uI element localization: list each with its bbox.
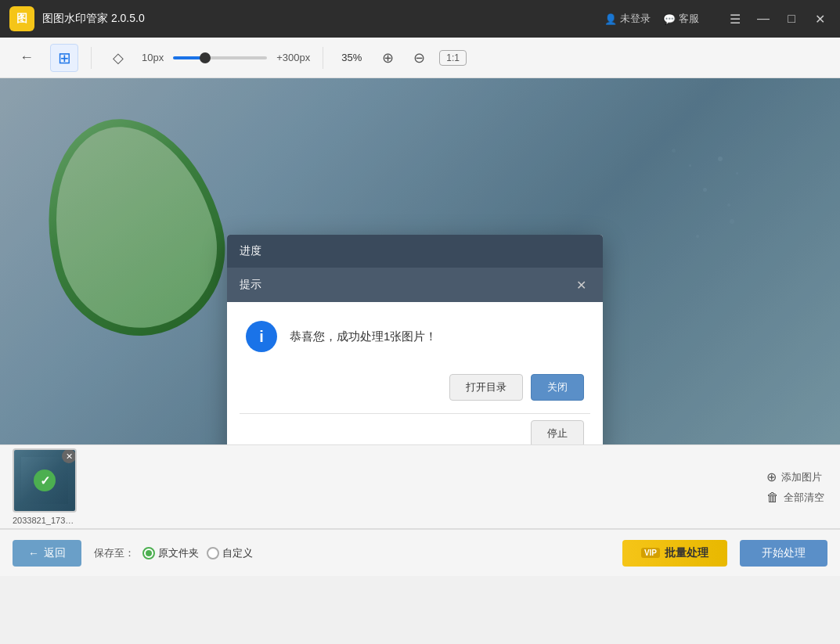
info-icon: i bbox=[246, 321, 277, 352]
add-tool-button[interactable]: ⊞ bbox=[50, 44, 78, 72]
maximize-button[interactable]: □ bbox=[781, 8, 802, 30]
window-controls: ☰ — □ ✕ bbox=[724, 8, 831, 30]
modal-stop-footer: 停止 bbox=[227, 414, 603, 444]
open-dir-button[interactable]: 打开目录 bbox=[449, 374, 523, 401]
brush-slider[interactable] bbox=[173, 56, 267, 59]
image-list-actions: ⊕ 添加图片 🗑 全部清空 bbox=[766, 470, 824, 505]
start-process-button[interactable]: 开始处理 bbox=[740, 540, 827, 567]
add-icon: ⊞ bbox=[58, 49, 71, 67]
service-icon: 💬 bbox=[663, 13, 676, 25]
separator-2 bbox=[323, 47, 323, 69]
original-folder-option[interactable]: 原文件夹 bbox=[142, 546, 199, 560]
original-radio-dot bbox=[146, 550, 152, 556]
toolbar: ← ⊞ ◇ 10px +300px 35% ⊕ ⊖ 1:1 bbox=[0, 38, 840, 78]
service-label: 客服 bbox=[679, 12, 699, 26]
clear-all-label: 全部清空 bbox=[784, 491, 824, 505]
stop-button[interactable]: 停止 bbox=[531, 420, 584, 444]
batch-process-button[interactable]: VIP 批量处理 bbox=[622, 540, 727, 567]
zoom-in-button[interactable]: ⊕ bbox=[377, 47, 398, 69]
service-action[interactable]: 💬 客服 bbox=[663, 12, 699, 26]
bottom-bar: ← 返回 保存至： 原文件夹 自定义 VIP 批量处理 开始处理 bbox=[0, 529, 840, 576]
back-button[interactable]: ← 返回 bbox=[13, 540, 81, 567]
image-list-area: 图图 ✓ ✕ 2033821_173041... ⊕ 添加图片 🗑 全部清空 bbox=[0, 444, 840, 529]
batch-process-label: 批量处理 bbox=[665, 546, 708, 560]
clear-all-icon: 🗑 bbox=[766, 491, 779, 505]
zoom-out-button[interactable]: ⊖ bbox=[408, 47, 430, 69]
modal-overlay: 进度 提示 ✕ i 恭喜您，成功处理1张图片！ 打开目录 关闭 bbox=[0, 78, 840, 444]
modal-message-row: i 恭喜您，成功处理1张图片！ bbox=[246, 321, 437, 352]
modal-message: 恭喜您，成功处理1张图片！ bbox=[290, 329, 437, 344]
separator-1 bbox=[91, 47, 92, 69]
size-max-label: +300px bbox=[276, 52, 310, 63]
menu-button[interactable]: ☰ bbox=[724, 8, 746, 30]
original-radio-filled bbox=[142, 547, 155, 559]
clear-all-link[interactable]: 🗑 全部清空 bbox=[766, 491, 824, 505]
save-label: 保存至： bbox=[94, 546, 135, 560]
close-dialog-button[interactable]: 关闭 bbox=[531, 374, 584, 401]
modal-body: i 恭喜您，成功处理1张图片！ bbox=[227, 302, 603, 365]
modal-close-button[interactable]: ✕ bbox=[571, 275, 590, 294]
custom-radio-empty bbox=[207, 547, 219, 559]
add-image-label: 添加图片 bbox=[781, 470, 822, 484]
add-image-link[interactable]: ⊕ 添加图片 bbox=[766, 470, 824, 484]
back-label: 返回 bbox=[44, 546, 66, 560]
modal-progress-header: 进度 bbox=[227, 235, 603, 268]
ratio-button[interactable]: 1:1 bbox=[439, 50, 467, 66]
brush-slider-container[interactable] bbox=[173, 56, 267, 59]
eraser-tool-button[interactable]: ◇ bbox=[104, 44, 132, 72]
brush-slider-thumb[interactable] bbox=[200, 52, 211, 63]
add-image-icon: ⊕ bbox=[766, 470, 777, 484]
image-item-wrapper: 图图 ✓ ✕ 2033821_173041... bbox=[13, 448, 77, 525]
user-action[interactable]: 👤 未登录 bbox=[604, 12, 651, 26]
minimize-button[interactable]: — bbox=[752, 8, 774, 30]
title-bar: 图 图图水印管家 2.0.5.0 👤 未登录 💬 客服 ☰ — □ ✕ bbox=[0, 0, 840, 38]
user-icon: 👤 bbox=[604, 13, 617, 25]
custom-folder-option[interactable]: 自定义 bbox=[207, 546, 253, 560]
modal-title-bar: 提示 ✕ bbox=[227, 268, 603, 302]
close-button[interactable]: ✕ bbox=[809, 8, 831, 30]
modal-dialog: 进度 提示 ✕ i 恭喜您，成功处理1张图片！ 打开目录 关闭 bbox=[227, 235, 603, 444]
back-arrow-icon: ← bbox=[28, 547, 39, 559]
zoom-level-label: 35% bbox=[336, 52, 367, 63]
modal-dialog-title: 提示 bbox=[240, 278, 261, 292]
original-folder-label: 原文件夹 bbox=[158, 546, 199, 560]
back-icon: ← bbox=[20, 49, 34, 66]
custom-folder-label: 自定义 bbox=[222, 546, 253, 560]
user-label: 未登录 bbox=[620, 12, 651, 26]
image-thumbnail[interactable]: 图图 ✓ ✕ bbox=[13, 448, 77, 513]
back-tool-button[interactable]: ← bbox=[13, 44, 41, 72]
app-logo: 图 bbox=[9, 6, 34, 31]
thumb-close-button[interactable]: ✕ bbox=[62, 449, 76, 463]
eraser-icon: ◇ bbox=[113, 49, 124, 67]
check-circle: ✓ bbox=[34, 470, 56, 491]
canvas-area: 白色的水印，请勿选此处 进度 提示 ✕ i 恭喜您，成功处理1张图片！ bbox=[0, 78, 840, 444]
image-filename: 2033821_173041... bbox=[13, 516, 77, 525]
title-bar-actions: 👤 未登录 💬 客服 ☰ — □ ✕ bbox=[604, 8, 831, 30]
size-min-label: 10px bbox=[142, 52, 164, 63]
save-options: 保存至： 原文件夹 自定义 bbox=[94, 546, 610, 560]
progress-title: 进度 bbox=[240, 244, 261, 257]
modal-footer: 打开目录 关闭 bbox=[227, 365, 603, 413]
vip-badge: VIP bbox=[641, 548, 660, 558]
app-title: 图图水印管家 2.0.5.0 bbox=[42, 12, 604, 26]
